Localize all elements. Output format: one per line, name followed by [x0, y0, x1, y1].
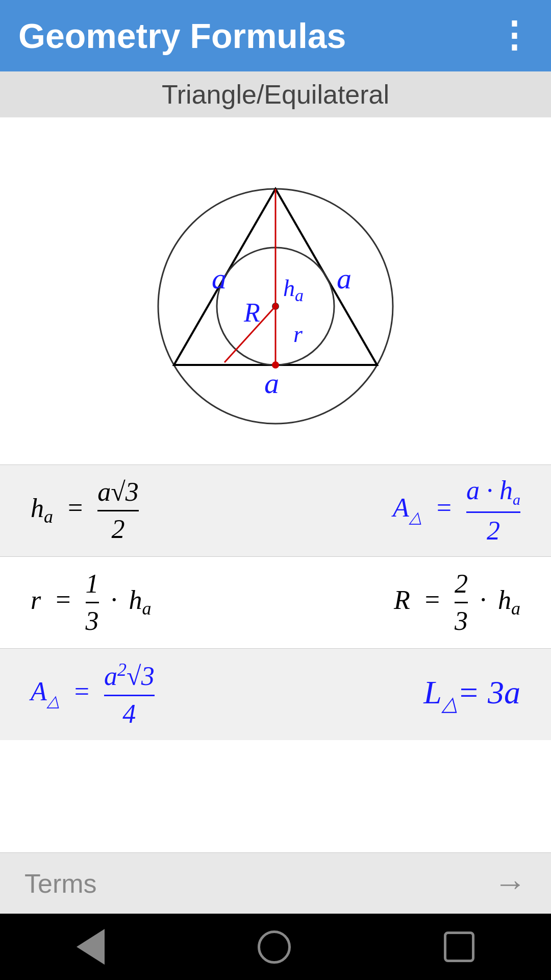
formula-row-1: ha = a√3 2 A△ = a · ha 2: [0, 464, 551, 556]
svg-text:a: a: [212, 262, 227, 295]
geometry-diagram: a a a R ha r: [122, 138, 429, 444]
svg-point-7: [272, 303, 279, 309]
nav-home-button[interactable]: [258, 930, 291, 964]
svg-text:R: R: [243, 298, 260, 327]
content-spacer: [0, 740, 551, 852]
more-menu-icon[interactable]: ⋮: [496, 18, 533, 54]
svg-text:ha: ha: [283, 275, 304, 305]
recent-icon: [444, 932, 474, 962]
footer-bar[interactable]: Terms →: [0, 852, 551, 914]
nav-recent-button[interactable]: [444, 932, 474, 962]
formula-perimeter: L△= 3a: [300, 674, 520, 716]
svg-text:a: a: [264, 366, 279, 400]
subtitle-bar: Triangle/Equilateral: [0, 71, 551, 117]
formula-R: R = 2 3 · ha: [300, 568, 520, 638]
formula-area-ha: A△ = a · ha 2: [300, 475, 520, 547]
svg-text:r: r: [293, 321, 303, 347]
app-title: Geometry Formulas: [18, 16, 346, 56]
formula-row-2: r = 1 3 · ha R = 2 3 · ha: [0, 556, 551, 648]
svg-text:a: a: [337, 262, 352, 295]
terms-label[interactable]: Terms: [24, 868, 97, 899]
diagram-area: a a a R ha r: [0, 117, 551, 464]
home-icon: [258, 930, 291, 964]
app-header: Geometry Formulas ⋮: [0, 0, 551, 71]
terms-arrow-icon[interactable]: →: [494, 865, 527, 902]
nav-back-button[interactable]: [77, 929, 105, 965]
subtitle-text: Triangle/Equilateral: [162, 79, 389, 110]
formula-ha: ha = a√3 2: [31, 476, 251, 546]
formula-r: r = 1 3 · ha: [31, 568, 251, 638]
formula-area-a2: A△ = a2√3 4: [31, 659, 251, 730]
formula-row-3: A△ = a2√3 4 L△= 3a: [0, 648, 551, 740]
nav-bar: [0, 914, 551, 980]
back-icon: [77, 929, 105, 965]
